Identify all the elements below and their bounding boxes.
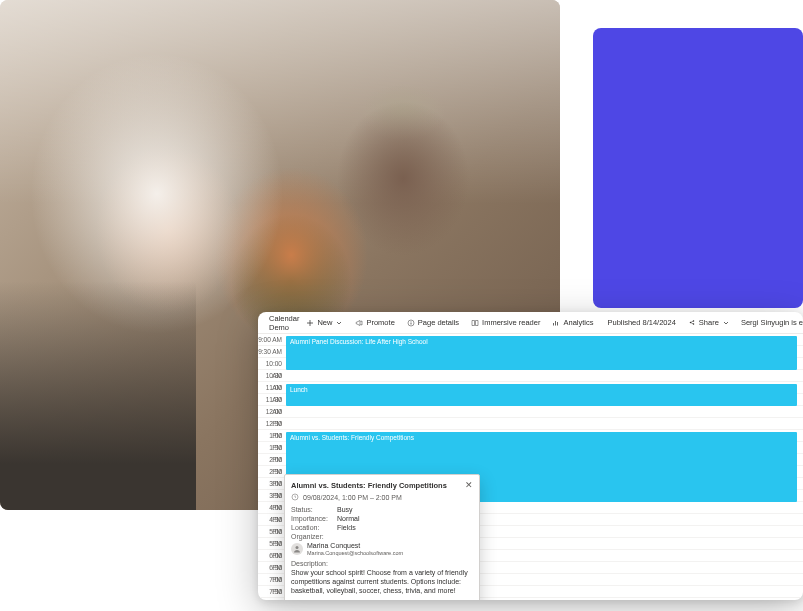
event-detail-popup: Alumni vs. Students: Friendly Competitio… [284,474,480,600]
importance-label: Importance: [291,515,337,522]
time-slot: 4:00 PM [258,502,286,514]
page-title: Calendar Demo [269,314,299,332]
decorative-purple-block [593,28,803,308]
share-icon [688,319,696,327]
new-label: New [317,318,332,327]
location-label: Location: [291,524,337,531]
chevron-down-icon [722,319,730,327]
organizer-name: Marina Conquest [307,542,403,550]
editing-status: Sergi Sinyugin is editing this page [739,318,803,327]
info-icon [407,319,415,327]
time-slot: 12:00 PM [258,406,286,418]
description-label: Description: [291,560,473,569]
time-slot: 7:00 PM [258,574,286,586]
event-alumni-panel[interactable]: Alumni Panel Discussion: Life After High… [286,336,797,370]
status-label: Status: [291,506,337,513]
time-slot: 11:00 AM [258,382,286,394]
time-slot: 3:30 PM [258,490,286,502]
time-slot: 7:30 PM [258,586,286,598]
time-slot: 6:00 PM [258,550,286,562]
location-value: Fields [337,524,473,531]
promote-label: Promote [366,318,394,327]
organizer-card: Marina Conquest Marina.Conquest@schoolso… [285,541,479,557]
time-axis: 9:00 AM 9:30 AM 10:00 AM 10:30 AM 11:00 … [258,334,286,600]
megaphone-icon [355,319,363,327]
svg-point-3 [693,323,695,325]
organizer-email: Marina.Conquest@schoolsoftware.com [307,550,403,556]
page-details-button[interactable]: Page details [402,318,464,327]
toolbar: Calendar Demo New Promote Page details I… [258,312,803,334]
organizer-avatar [291,543,303,555]
status-value: Busy [337,506,473,513]
clock-icon [291,493,299,501]
book-icon [471,319,479,327]
event-lunch[interactable]: Lunch [286,384,797,406]
popup-title: Alumni vs. Students: Friendly Competitio… [291,481,461,490]
organizer-label: Organizer: [291,533,337,540]
chevron-down-icon [335,319,343,327]
published-status: Published 8/14/2024 [602,318,680,327]
promote-button[interactable]: Promote [350,318,399,327]
popup-datetime: 09/08/2024, 1:00 PM – 2:00 PM [285,493,479,505]
time-slot: 5:30 PM [258,538,286,550]
time-slot: 5:00 PM [258,526,286,538]
time-slot: 9:00 AM [258,334,286,346]
person-icon [293,545,301,553]
immersive-reader-label: Immersive reader [482,318,540,327]
svg-point-2 [690,321,692,323]
share-button[interactable]: Share [683,318,735,327]
time-slot: 9:30 AM [258,346,286,358]
description-text: Show your school spirit! Choose from a v… [291,569,473,595]
plus-icon [306,319,314,327]
share-label: Share [699,318,719,327]
chart-icon [552,319,560,327]
time-slot: 3:00 PM [258,478,286,490]
time-slot: 2:00 PM [258,454,286,466]
time-slot: 10:30 AM [258,370,286,382]
importance-value: Normal [337,515,473,522]
svg-point-1 [693,320,695,322]
time-slot: 2:30 PM [258,466,286,478]
new-button[interactable]: New [301,318,348,327]
calendar-app-window: Calendar Demo New Promote Page details I… [258,312,803,600]
popup-datetime-text: 09/08/2024, 1:00 PM – 2:00 PM [303,494,402,501]
time-slot: 11:30 AM [258,394,286,406]
time-slot: 6:30 PM [258,562,286,574]
close-icon[interactable]: ✕ [465,480,473,490]
page-details-label: Page details [418,318,459,327]
time-slot: 10:00 AM [258,358,286,370]
analytics-label: Analytics [563,318,593,327]
time-slot: 12:30 PM [258,418,286,430]
time-slot: 1:30 PM [258,442,286,454]
time-slot: 1:00 PM [258,430,286,442]
analytics-button[interactable]: Analytics [547,318,598,327]
svg-point-5 [296,546,299,549]
time-slot: 4:30 PM [258,514,286,526]
immersive-reader-button[interactable]: Immersive reader [466,318,545,327]
